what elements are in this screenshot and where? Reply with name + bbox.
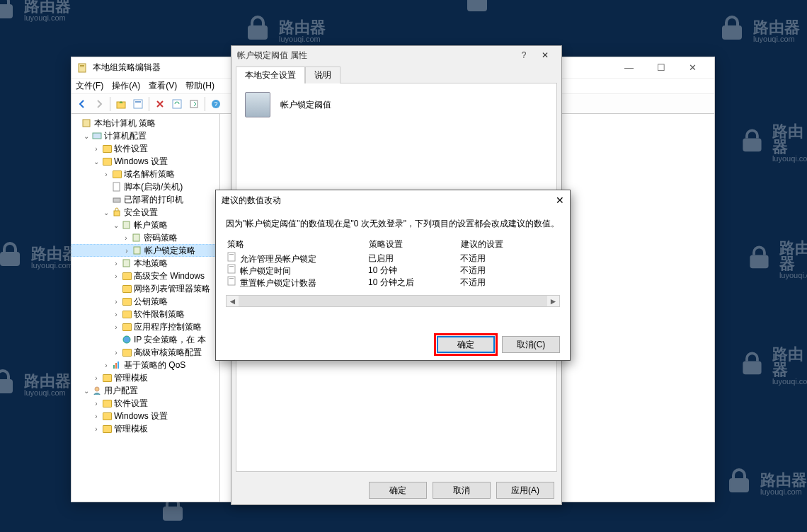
refresh-button[interactable] — [169, 96, 185, 112]
svg-point-30 — [123, 336, 130, 343]
scroll-track[interactable] — [239, 296, 547, 306]
policy-list[interactable]: 允许管理员帐户锁定 已启用 不适用 帐户锁定时间 10 分钟 不适用 重置帐户锁… — [226, 252, 560, 289]
scroll-left-icon[interactable]: ◄ — [227, 296, 239, 306]
prop-cancel-button[interactable]: 取消 — [433, 482, 491, 499]
svg-rect-3 — [743, 138, 761, 151]
prop-apply-button[interactable]: 应用(A) — [496, 482, 554, 499]
tree-wfas[interactable]: ›高级安全 Windows — [71, 270, 219, 282]
svg-rect-13 — [80, 66, 84, 67]
menu-file[interactable]: 文件(F) — [76, 80, 103, 92]
tree-audit[interactable]: ›高级审核策略配置 — [71, 346, 219, 359]
suggested-values-dialog: 建议的数值改动 ✕ 因为"帐户锁定阈值"的数值现在是"0 次无效登录"，下列项目… — [215, 190, 571, 361]
svg-rect-9 — [163, 507, 183, 521]
tree-computer-config[interactable]: ⌄计算机配置 — [71, 129, 219, 142]
sug-message: 因为"帐户锁定阈值"的数值现在是"0 次无效登录"，下列项目的设置都会改成建议的… — [226, 217, 560, 230]
menu-view[interactable]: 查看(V) — [149, 80, 177, 92]
svg-rect-15 — [134, 100, 142, 108]
policy-name: 帐户锁定阈值 — [280, 99, 331, 111]
svg-rect-16 — [135, 101, 141, 103]
export-button[interactable] — [186, 96, 202, 112]
tree-admin-templates[interactable]: ›管理模板 — [71, 371, 219, 384]
list-item[interactable]: 重置帐户锁定计数器 10 分钟之后 不适用 — [227, 277, 559, 289]
tab-explain[interactable]: 说明 — [305, 66, 340, 83]
tree-root[interactable]: 本地计算机 策略 — [71, 117, 219, 129]
prop-title-text: 帐户锁定阈值 属性 — [237, 50, 307, 62]
svg-rect-6 — [0, 379, 13, 393]
window-title: 本地组策略编辑器 — [93, 62, 161, 74]
svg-rect-23 — [113, 183, 120, 191]
policy-icon — [245, 92, 270, 117]
tree-password-policy[interactable]: ›密码策略 — [71, 231, 219, 244]
svg-point-34 — [95, 387, 99, 391]
svg-rect-0 — [0, 4, 13, 18]
tree-user-config[interactable]: ⌄用户配置 — [71, 384, 219, 397]
tree-printers[interactable]: 已部署的打印机 — [71, 193, 219, 206]
prop-ok-button[interactable]: 确定 — [369, 482, 427, 499]
svg-rect-24 — [113, 198, 120, 202]
maximize-button[interactable]: ☐ — [645, 58, 677, 78]
svg-rect-28 — [134, 247, 140, 254]
sug-cancel-button[interactable]: 取消(C) — [502, 336, 560, 353]
sug-titlebar[interactable]: 建议的数值改动 ✕ — [216, 190, 570, 210]
scroll-right-icon[interactable]: ► — [547, 296, 559, 306]
minimize-button[interactable]: — — [613, 58, 645, 78]
tree-ipsec[interactable]: IP 安全策略，在 本 — [71, 333, 219, 346]
tree-user-admin[interactable]: ›管理模板 — [71, 422, 219, 435]
close-icon[interactable]: ✕ — [534, 50, 556, 60]
back-button[interactable] — [74, 96, 90, 112]
list-item[interactable]: 允许管理员帐户锁定 已启用 不适用 — [227, 253, 559, 265]
tree-software-settings[interactable]: ›软件设置 — [71, 142, 219, 155]
svg-rect-5 — [750, 255, 768, 268]
svg-rect-29 — [123, 260, 130, 267]
list-item[interactable]: 帐户锁定时间 10 分钟 不适用 — [227, 265, 559, 277]
svg-rect-38 — [229, 266, 234, 267]
up-button[interactable] — [113, 96, 129, 112]
svg-rect-39 — [228, 277, 235, 285]
svg-rect-8 — [729, 478, 749, 492]
sug-ok-button[interactable]: 确定 — [437, 336, 495, 353]
svg-rect-31 — [113, 365, 115, 369]
svg-rect-2 — [722, 25, 742, 40]
close-button[interactable]: ✕ — [677, 58, 709, 78]
tree-user-software[interactable]: ›软件设置 — [71, 397, 219, 410]
forward-button[interactable] — [91, 96, 107, 112]
menu-help[interactable]: 帮助(H) — [185, 80, 214, 92]
tab-local-security[interactable]: 本地安全设置 — [236, 66, 305, 83]
app-icon — [77, 62, 88, 74]
sug-close-icon[interactable]: ✕ — [556, 195, 564, 206]
tree-qos[interactable]: ›基于策略的 QoS — [71, 359, 219, 371]
help-icon[interactable]: ? — [513, 50, 534, 60]
svg-rect-26 — [123, 221, 130, 229]
tree-user-windows[interactable]: ›Windows 设置 — [71, 410, 219, 422]
hdr-policy[interactable]: 策略 — [227, 238, 369, 250]
tree-view[interactable]: 本地计算机 策略 ⌄计算机配置 ›软件设置 ⌄Windows 设置 ›域名解析策… — [71, 114, 220, 502]
tree-security-settings[interactable]: ⌄安全设置 — [71, 206, 219, 219]
svg-rect-4 — [0, 252, 20, 266]
tree-pubkey[interactable]: ›公钥策略 — [71, 295, 219, 308]
menu-action[interactable]: 操作(A) — [112, 80, 140, 92]
svg-rect-1 — [248, 25, 268, 40]
horizontal-scrollbar[interactable]: ◄ ► — [226, 295, 560, 307]
hdr-setting[interactable]: 策略设置 — [369, 238, 461, 250]
help-button[interactable]: ? — [208, 96, 224, 112]
policy-item-icon — [227, 264, 238, 274]
wm-text: 路由器 — [24, 0, 71, 14]
tree-appctrl[interactable]: ›应用程序控制策略 — [71, 320, 219, 333]
svg-rect-40 — [229, 278, 234, 279]
tree-network-list[interactable]: 网络列表管理器策略 — [71, 282, 219, 295]
tree-account-policy[interactable]: ⌄帐户策略 — [71, 219, 219, 231]
svg-rect-12 — [80, 65, 84, 66]
svg-rect-22 — [93, 133, 101, 139]
policy-item-icon — [227, 276, 238, 286]
delete-button[interactable] — [152, 96, 168, 112]
tree-dns-policy[interactable]: ›域名解析策略 — [71, 168, 219, 180]
tree-scripts[interactable]: 脚本(启动/关机) — [71, 180, 219, 193]
prop-titlebar[interactable]: 帐户锁定阈值 属性 ? ✕ — [231, 46, 561, 64]
svg-rect-21 — [83, 120, 90, 127]
hdr-suggested[interactable]: 建议的设置 — [461, 238, 559, 250]
properties-button[interactable] — [130, 96, 146, 112]
tree-lockout-policy[interactable]: ›帐户锁定策略 — [71, 244, 219, 257]
tree-srp[interactable]: ›软件限制策略 — [71, 308, 219, 320]
tree-local-policy[interactable]: ›本地策略 — [71, 257, 219, 270]
tree-windows-settings[interactable]: ⌄Windows 设置 — [71, 155, 219, 168]
